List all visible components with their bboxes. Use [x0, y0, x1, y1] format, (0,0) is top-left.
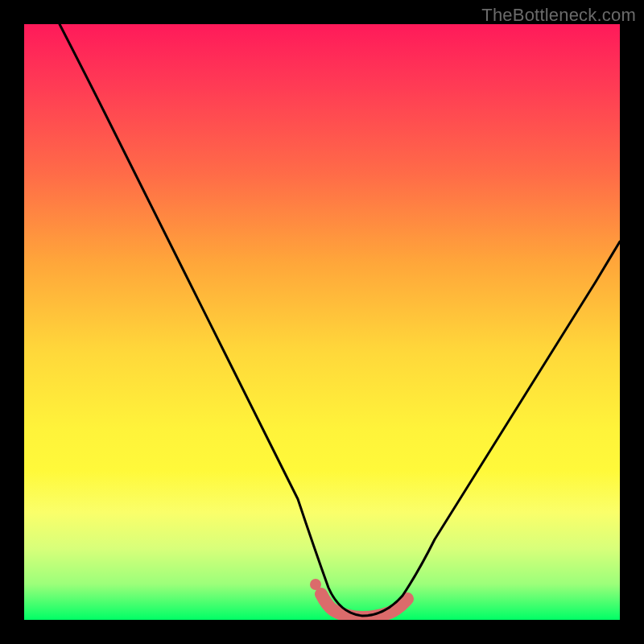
- chart-frame: TheBottleneck.com: [0, 0, 644, 644]
- bottleneck-curve: [60, 24, 620, 616]
- plot-area: [24, 24, 620, 620]
- attribution-text: TheBottleneck.com: [481, 5, 636, 26]
- curve-svg: [24, 24, 620, 620]
- highlight-dot: [310, 579, 321, 590]
